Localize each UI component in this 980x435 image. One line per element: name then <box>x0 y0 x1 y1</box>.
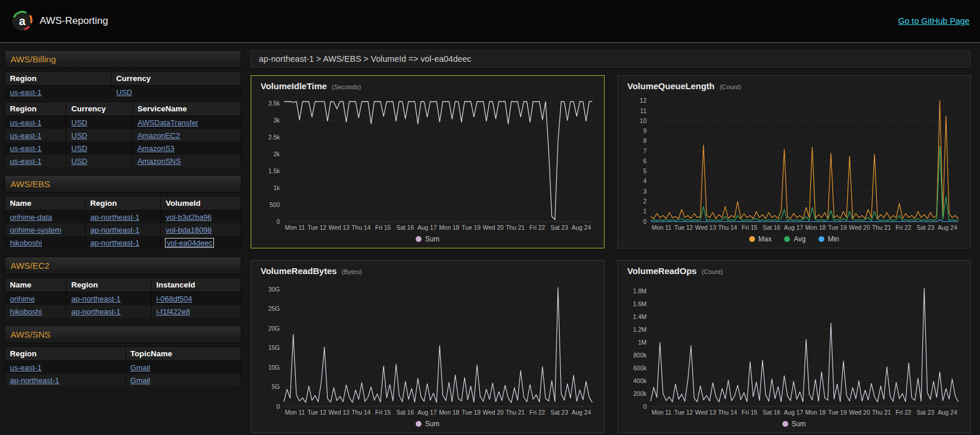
legend-item-min[interactable]: Min <box>819 235 839 243</box>
topic-link[interactable]: Gmail <box>131 376 150 385</box>
table-row: orihime-data ap-northeast-1 vol-b3d2ba96 <box>5 211 241 224</box>
svg-text:Sat 16: Sat 16 <box>396 224 415 231</box>
svg-text:3k: 3k <box>273 117 280 124</box>
table-row: us-east-1 USD AWSDataTransfer <box>5 116 241 129</box>
svg-text:Tue 19: Tue 19 <box>828 409 846 416</box>
legend-dot <box>416 236 421 242</box>
name-link[interactable]: orihime <box>10 294 35 303</box>
svg-text:Wed 13: Wed 13 <box>695 409 716 416</box>
svg-text:Mon 11: Mon 11 <box>652 224 672 231</box>
github-link[interactable]: Go to GitHub Page <box>898 16 970 26</box>
currency-link[interactable]: USD <box>71 157 87 166</box>
svg-text:1M: 1M <box>638 339 647 346</box>
svg-text:3.5k: 3.5k <box>268 100 280 107</box>
panel-title[interactable]: VolumeReadOps (Count) <box>624 264 964 277</box>
region-link[interactable]: ap-northeast-1 <box>90 238 140 247</box>
topic-link[interactable]: Gmail <box>131 363 150 372</box>
svg-text:a: a <box>19 15 26 27</box>
panel-title[interactable]: VolumeIdleTime (Seconds) <box>257 79 598 92</box>
svg-text:Mon 18: Mon 18 <box>805 409 826 416</box>
legend-item-sum[interactable]: Sum <box>416 235 440 243</box>
svg-text:0: 0 <box>643 218 647 225</box>
chart-canvas-volume-read-bytes[interactable]: 05G10G15G20G25G30GMon 11Tue 12Wed 13Thu … <box>257 277 598 417</box>
service-link[interactable]: AWSDataTransfer <box>138 118 199 127</box>
service-link[interactable]: AmazonS3 <box>138 144 175 153</box>
app-title: AWS-Reporting <box>40 15 108 27</box>
table-row: orihime ap-northeast-1 i-068df504 <box>5 292 241 306</box>
svg-text:Sat 23: Sat 23 <box>916 409 935 416</box>
region-link[interactable]: ap-northeast-1 <box>10 376 59 385</box>
breadcrumb: ap-northeast-1 > AWS/EBS > VolumeId => v… <box>251 50 971 68</box>
currency-link[interactable]: USD <box>71 118 87 127</box>
region-link[interactable]: us-east-1 <box>10 118 41 127</box>
volume-id-link[interactable]: vol-b3d2ba96 <box>166 213 212 222</box>
table-row: hikoboshi ap-northeast-1 i-f1f422e8 <box>5 305 241 318</box>
legend-item-avg[interactable]: Avg <box>784 235 805 243</box>
chart-canvas-volume-queue-length[interactable]: 0123456789101112Mon 11Tue 12Wed 13Thu 14… <box>624 92 964 232</box>
legend-item-sum[interactable]: Sum <box>416 420 440 428</box>
name-link[interactable]: hikoboshi <box>10 307 42 316</box>
region-link[interactable]: us-east-1 <box>10 363 41 372</box>
svg-text:Thu 21: Thu 21 <box>505 224 525 231</box>
panel-title[interactable]: VolumeQueueLength (Count) <box>624 79 964 92</box>
region-link[interactable]: us-east-1 <box>10 131 41 140</box>
chart-canvas-volume-idle-time[interactable]: 05001k1.5k2k2.5k3k3.5kMon 11Tue 12Wed 13… <box>257 92 598 232</box>
table-header-row: Name Region InstanceId <box>5 278 241 292</box>
legend-dot <box>416 421 421 427</box>
region-link[interactable]: ap-northeast-1 <box>90 213 140 222</box>
app-logo[interactable]: a AWS-Reporting <box>10 9 108 33</box>
svg-text:Sat 16: Sat 16 <box>763 409 781 416</box>
svg-text:5G: 5G <box>272 383 280 390</box>
service-link[interactable]: AmazonEC2 <box>138 131 180 140</box>
volume-id-link-selected[interactable]: vol-ea04deec <box>166 238 213 247</box>
svg-text:Aug 24: Aug 24 <box>571 409 591 416</box>
region-link[interactable]: us-east-1 <box>10 157 41 166</box>
column-header: Region <box>5 72 111 86</box>
instance-id-link[interactable]: i-068df504 <box>156 294 192 303</box>
chart-canvas-volume-read-ops[interactable]: 0200k400k600k800k1M1.2M1.4M1.6M1.8MMon 1… <box>624 277 964 417</box>
column-header: Region <box>5 102 66 116</box>
legend-item-sum[interactable]: Sum <box>782 420 806 428</box>
service-link[interactable]: AmazonSNS <box>138 157 181 166</box>
svg-text:30G: 30G <box>268 286 280 293</box>
name-link[interactable]: orihime-data <box>10 213 52 222</box>
region-link[interactable]: ap-northeast-1 <box>71 307 121 316</box>
currency-link[interactable]: USD <box>71 144 87 153</box>
svg-text:Wed 13: Wed 13 <box>328 224 349 231</box>
name-link[interactable]: hikoboshi <box>10 238 42 247</box>
chart-unit: (Seconds) <box>332 83 361 90</box>
legend-dot <box>819 236 824 242</box>
currency-link[interactable]: USD <box>116 88 132 97</box>
legend-dot <box>784 236 790 242</box>
volume-id-link[interactable]: vol-bda16098 <box>166 226 212 234</box>
instance-id-link[interactable]: i-f1f422e8 <box>156 307 190 316</box>
svg-text:Aug 24: Aug 24 <box>938 409 957 416</box>
currency-link[interactable]: USD <box>71 131 87 140</box>
panel-title[interactable]: VolumeReadBytes (Bytes) <box>257 264 598 277</box>
table-row: us-east-1 Gmail <box>5 361 241 374</box>
region-link[interactable]: us-east-1 <box>10 88 41 97</box>
svg-text:Thu 21: Thu 21 <box>872 409 891 416</box>
region-link[interactable]: us-east-1 <box>10 144 41 153</box>
region-link[interactable]: ap-northeast-1 <box>71 294 121 303</box>
svg-text:15G: 15G <box>268 344 280 351</box>
svg-text:Fri 15: Fri 15 <box>375 224 391 231</box>
svg-text:Wed 20: Wed 20 <box>483 224 504 231</box>
legend-dot <box>749 236 755 242</box>
svg-text:600k: 600k <box>633 364 647 371</box>
region-link[interactable]: ap-northeast-1 <box>90 226 140 234</box>
svg-text:Wed 20: Wed 20 <box>849 224 870 231</box>
svg-text:Mon 11: Mon 11 <box>285 409 305 416</box>
svg-text:Fri 15: Fri 15 <box>742 224 757 231</box>
column-header: Currency <box>111 72 241 86</box>
chart-legend: MaxAvgMin <box>624 232 964 246</box>
table-row: us-east-1 USD AmazonS3 <box>5 142 241 155</box>
svg-text:Sat 23: Sat 23 <box>916 224 935 231</box>
svg-text:400k: 400k <box>633 377 647 384</box>
column-header: VolumeId <box>161 197 241 211</box>
legend-item-max[interactable]: Max <box>749 235 772 243</box>
name-link[interactable]: orihime-system <box>10 226 61 234</box>
svg-text:5: 5 <box>643 167 647 174</box>
svg-text:20G: 20G <box>268 325 280 332</box>
svg-text:Sat 16: Sat 16 <box>763 224 781 231</box>
